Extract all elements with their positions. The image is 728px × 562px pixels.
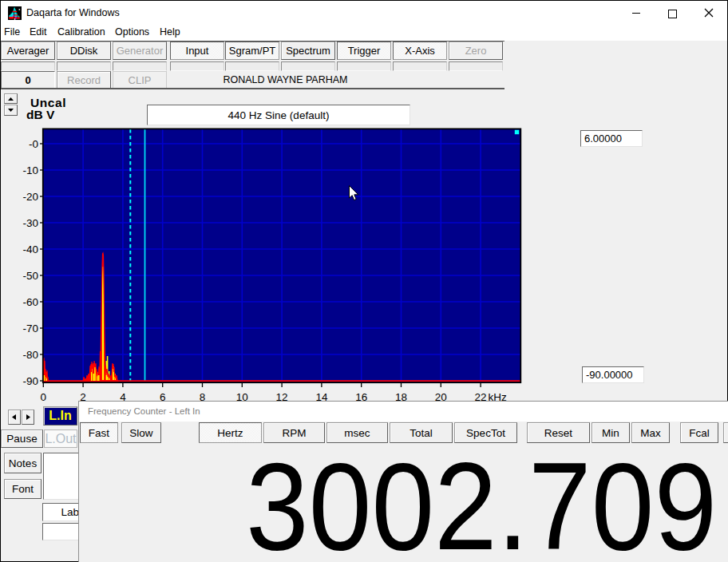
svg-text:-30: -30 — [22, 217, 38, 229]
svg-text:-60: -60 — [22, 296, 38, 308]
svg-text:-10: -10 — [22, 164, 38, 176]
svg-text:-20: -20 — [22, 191, 38, 203]
svg-text:-80: -80 — [22, 349, 38, 361]
svg-text:-0: -0 — [29, 138, 38, 150]
svg-text:-70: -70 — [22, 323, 38, 334]
svg-text:-50: -50 — [22, 270, 38, 282]
svg-text:-40: -40 — [22, 243, 38, 255]
svg-text:0: 0 — [41, 391, 47, 403]
svg-text:-90: -90 — [22, 375, 38, 387]
